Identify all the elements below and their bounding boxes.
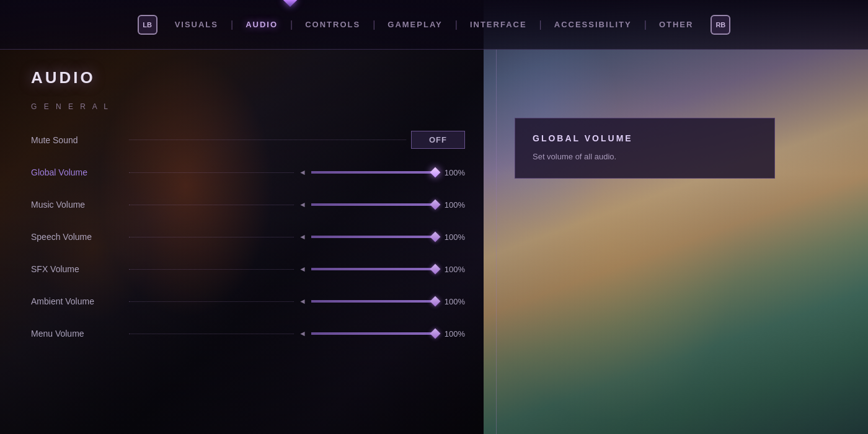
- ambient-volume-dots: [129, 301, 294, 302]
- music-volume-thumb[interactable]: [430, 200, 440, 210]
- speech-volume-thumb-inner: [430, 232, 441, 242]
- music-volume-track[interactable]: [311, 203, 435, 206]
- sfx-volume-arrow-left: ◄: [299, 265, 306, 273]
- info-card-title: GLOBAL VOLUME: [533, 133, 757, 143]
- setting-row-ambient-volume[interactable]: Ambient Volume ◄ 100%: [31, 285, 465, 317]
- menu-volume-thumb-inner: [430, 329, 441, 339]
- global-volume-slider-container[interactable]: ◄ 100%: [299, 168, 465, 177]
- setting-row-mute-sound: Mute Sound OFF: [31, 123, 465, 156]
- menu-volume-slider-container[interactable]: ◄ 100%: [299, 329, 465, 339]
- speech-volume-fill: [311, 236, 435, 238]
- nav-sep-4: |: [455, 19, 458, 30]
- nav-sep-3: |: [373, 19, 375, 30]
- global-volume-thumb[interactable]: [430, 167, 440, 177]
- speech-volume-track[interactable]: [311, 236, 435, 238]
- info-card: GLOBAL VOLUME Set volume of all audio.: [515, 118, 775, 179]
- menu-volume-track[interactable]: [311, 332, 435, 335]
- setting-row-music-volume[interactable]: Music Volume ◄ 100%: [31, 188, 465, 221]
- setting-row-speech-volume[interactable]: Speech Volume ◄ 100%: [31, 221, 465, 253]
- ambient-volume-thumb[interactable]: [430, 296, 440, 306]
- ambient-volume-track[interactable]: [311, 300, 435, 303]
- nav-sep-5: |: [539, 19, 542, 30]
- section-general-label: G E N E R A L: [31, 102, 465, 111]
- sfx-volume-dots: [129, 269, 294, 270]
- ambient-volume-thumb-inner: [430, 296, 441, 307]
- menu-volume-arrow-left: ◄: [299, 329, 306, 338]
- music-volume-thumb-inner: [430, 200, 441, 210]
- info-card-description: Set volume of all audio.: [533, 151, 757, 163]
- sfx-volume-thumb[interactable]: [430, 264, 440, 274]
- nav-item-controls[interactable]: CONTROLS: [298, 15, 368, 34]
- ambient-volume-fill: [311, 300, 435, 303]
- music-volume-fill: [311, 203, 435, 206]
- speech-volume-dots: [129, 237, 294, 237]
- setting-row-global-volume[interactable]: Global Volume ◄ 100%: [31, 156, 465, 188]
- speech-volume-value: 100%: [440, 232, 465, 242]
- menu-volume-thumb[interactable]: [430, 329, 440, 339]
- mute-sound-dots: [129, 140, 406, 140]
- sfx-volume-fill: [311, 268, 435, 270]
- menu-volume-value: 100%: [440, 329, 465, 339]
- nav-item-accessibility[interactable]: ACCESSIBILITY: [547, 15, 639, 34]
- mute-sound-toggle[interactable]: OFF: [411, 131, 465, 149]
- global-volume-value: 100%: [440, 168, 465, 177]
- nav-item-other[interactable]: OTHER: [652, 15, 701, 34]
- sfx-volume-track[interactable]: [311, 268, 435, 270]
- nav-item-interface[interactable]: INTERFACE: [463, 15, 534, 34]
- global-volume-fill: [311, 171, 435, 174]
- global-volume-dots: [129, 172, 294, 173]
- right-panel: GLOBAL VOLUME Set volume of all audio.: [496, 50, 868, 434]
- nav-sep-6: |: [644, 19, 647, 30]
- nav-item-gameplay[interactable]: GAMEPLAY: [380, 15, 450, 34]
- sfx-volume-slider-container[interactable]: ◄ 100%: [299, 265, 465, 274]
- global-volume-arrow-left: ◄: [299, 168, 306, 177]
- settings-list: Mute Sound OFF Global Volume ◄: [31, 123, 465, 350]
- music-volume-slider-container[interactable]: ◄ 100%: [299, 200, 465, 210]
- menu-volume-dots: [129, 334, 294, 334]
- setting-row-menu-volume[interactable]: Menu Volume ◄ 100%: [31, 317, 465, 350]
- ambient-volume-value: 100%: [440, 297, 465, 306]
- global-volume-track[interactable]: [311, 171, 435, 174]
- global-volume-thumb-inner: [430, 167, 441, 178]
- rb-button[interactable]: RB: [711, 15, 730, 35]
- speech-volume-thumb[interactable]: [430, 232, 440, 242]
- ambient-volume-arrow-left: ◄: [299, 297, 306, 306]
- music-volume-arrow-left: ◄: [299, 200, 306, 209]
- ambient-volume-slider-container[interactable]: ◄ 100%: [299, 297, 465, 306]
- menu-volume-label: Menu Volume: [31, 329, 124, 339]
- page-title: AUDIO: [31, 68, 465, 87]
- nav-items: LB VISUALS | AUDIO | CONTROLS | GAMEPLAY…: [128, 15, 741, 35]
- ambient-volume-label: Ambient Volume: [31, 296, 124, 306]
- menu-volume-fill: [311, 332, 435, 335]
- left-panel: AUDIO G E N E R A L Mute Sound OFF Globa…: [0, 50, 496, 434]
- nav-sep-1: |: [231, 19, 233, 30]
- mute-sound-label: Mute Sound: [31, 135, 124, 145]
- speech-volume-slider-container[interactable]: ◄ 100%: [299, 232, 465, 242]
- main-content: AUDIO G E N E R A L Mute Sound OFF Globa…: [0, 50, 868, 434]
- sfx-volume-label: SFX Volume: [31, 264, 124, 274]
- lb-button[interactable]: LB: [138, 15, 157, 35]
- top-nav: LB VISUALS | AUDIO | CONTROLS | GAMEPLAY…: [0, 0, 868, 50]
- global-volume-label: Global Volume: [31, 167, 124, 177]
- sfx-volume-thumb-inner: [430, 264, 441, 275]
- music-volume-label: Music Volume: [31, 200, 124, 210]
- nav-gem-decoration: [283, 0, 298, 7]
- speech-volume-arrow-left: ◄: [299, 232, 306, 241]
- nav-item-audio[interactable]: AUDIO: [238, 15, 285, 34]
- sfx-volume-value: 100%: [440, 265, 465, 274]
- nav-item-visuals[interactable]: VISUALS: [167, 15, 226, 34]
- music-volume-value: 100%: [440, 200, 465, 210]
- nav-sep-2: |: [290, 19, 293, 30]
- speech-volume-label: Speech Volume: [31, 232, 124, 242]
- music-volume-dots: [129, 205, 294, 205]
- setting-row-sfx-volume[interactable]: SFX Volume ◄ 100%: [31, 253, 465, 285]
